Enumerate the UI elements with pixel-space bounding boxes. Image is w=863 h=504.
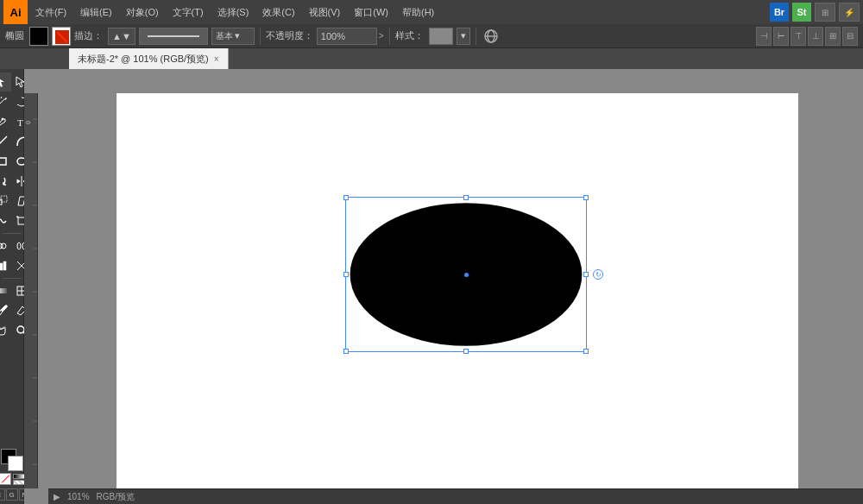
stock-icon[interactable]: St [792,3,811,22]
gradient-swatch[interactable] [13,474,25,479]
ellipse-container[interactable] [345,197,587,352]
color-mode-display: RGB/预览 [97,491,135,503]
left-toolbar: T [0,69,24,504]
align-icon-4[interactable]: ⊥ [808,27,823,46]
pen-tool[interactable] [0,112,11,131]
selection-tool[interactable] [0,72,11,91]
none-pattern-swatch [13,480,25,485]
vertical-ruler: 0 [24,93,38,488]
opacity-area: 不透明度： 100% > [266,28,384,45]
gradient-tool[interactable] [0,281,11,300]
app-logo: Ai [3,0,28,24]
eyedropper-tool[interactable] [0,301,11,320]
background-color-swatch[interactable] [8,456,23,471]
align-icon-5[interactable]: ⊞ [825,27,841,46]
svg-line-6 [0,99,4,106]
canvas-inner [38,83,863,504]
tab-close-button[interactable]: × [214,54,219,64]
rotate-handle[interactable] [593,269,603,280]
zoom-display: 101% [67,492,90,501]
svg-marker-7 [4,98,7,100]
shape-builder-tool[interactable] [0,236,11,255]
svg-marker-5 [16,77,24,87]
tool-separator-1 [3,233,22,234]
svg-point-24 [1,243,6,249]
separator-1 [260,28,261,45]
svg-rect-29 [3,261,6,270]
svg-rect-73 [24,93,38,488]
style-swatch[interactable] [429,28,453,45]
bridge-icon[interactable]: Br [770,3,789,22]
globe-icon[interactable] [482,27,501,46]
color-swatch-stack [1,449,23,471]
svg-text:0: 0 [25,121,31,124]
menu-window[interactable]: 窗口(W) [348,4,394,21]
svg-line-12 [0,136,7,147]
app-bar: Ai 文件(F) 编辑(E) 对象(O) 文字(T) 选择(S) 效果(C) 视… [0,0,863,24]
svg-point-25 [17,243,21,249]
workspace-icon[interactable]: ⚡ [839,3,860,22]
svg-marker-16 [17,180,20,183]
artboard [117,93,798,504]
fill-swatch[interactable] [29,27,48,46]
status-text: ▶ [54,492,60,501]
stroke-size-dropdown[interactable]: ▲▼ [108,28,135,45]
swatch-row [0,473,25,485]
menu-file[interactable]: 文件(F) [29,4,72,21]
opacity-arrow[interactable]: > [379,31,384,41]
tab-label: 未标题-2* @ 101% (RGB/预览) [78,53,209,66]
column-graph-tool[interactable] [0,256,11,275]
svg-marker-4 [0,77,4,87]
rectangle-tool[interactable] [0,152,11,171]
menu-edit[interactable]: 编辑(E) [74,4,118,21]
svg-text:T: T [17,117,23,128]
color-mode-btn[interactable]: C [0,488,5,501]
rotate-tool[interactable] [0,172,11,191]
center-anchor-dot [464,273,469,277]
align-icon-3[interactable]: ⊤ [791,27,806,46]
shape-type-label: 椭圆 [5,29,24,42]
menu-effect[interactable]: 效果(C) [256,4,300,21]
tool-separator-2 [3,278,22,279]
svg-rect-32 [0,288,7,293]
gradient-mode-btn[interactable]: G [6,488,18,501]
svg-point-10 [2,118,3,120]
options-bar: 椭圆 描边： ▲▼ 基本 ▾ 不透明度： 100% > 样式： ▾ ⊣ [0,24,863,48]
svg-line-0 [57,32,67,42]
stroke-label: 描边： [74,29,103,42]
separator-3 [476,28,476,45]
hand-tool[interactable] [0,321,11,340]
main-layout: T [0,69,863,504]
warp-tool[interactable] [0,211,11,230]
panel-toggle-icon[interactable]: ⊞ [815,3,835,22]
stroke-swatch-outer[interactable] [52,27,71,46]
tab-bar: 未标题-2* @ 101% (RGB/预览) × [0,48,863,69]
style-dropdown[interactable]: ▾ [457,28,470,45]
svg-point-37 [17,326,24,333]
align-icon-2[interactable]: ⊢ [773,27,789,46]
status-bar: ▶ 101% RGB/预览 [48,488,863,504]
top-right-icons: Br St ⊞ ⚡ [770,3,860,22]
align-icon-6[interactable]: ⊟ [842,27,858,46]
menu-select[interactable]: 选择(S) [211,4,255,21]
line-tool[interactable] [0,132,11,151]
opacity-value[interactable]: 100% [317,28,377,45]
menu-view[interactable]: 视图(V) [303,4,347,21]
stroke-style-preview[interactable] [139,28,208,45]
canvas-area[interactable]: 0 100 200 300 400 500 600 700 800 900 10… [24,69,863,504]
separator-2 [389,28,390,45]
style-label: 样式： [395,29,424,42]
magic-wand-tool[interactable] [0,92,11,111]
svg-rect-28 [0,263,3,270]
align-icon-1[interactable]: ⊣ [756,27,772,46]
stroke-type-dropdown[interactable]: 基本 ▾ [211,28,255,45]
scale-tool[interactable] [0,192,11,211]
svg-line-9 [1,97,2,98]
menu-object[interactable]: 对象(O) [120,4,165,21]
menu-help[interactable]: 帮助(H) [396,4,440,21]
svg-rect-13 [0,158,6,165]
document-tab[interactable]: 未标题-2* @ 101% (RGB/预览) × [69,48,229,69]
none-swatch[interactable] [0,473,11,485]
opacity-label: 不透明度： [266,29,313,42]
menu-type[interactable]: 文字(T) [167,4,210,21]
